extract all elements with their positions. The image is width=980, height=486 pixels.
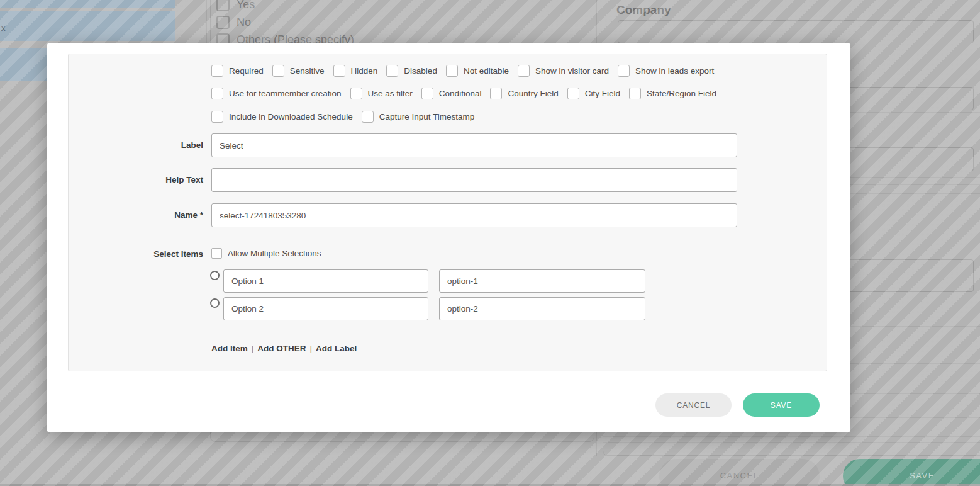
checkbox-label: Disabled [404,66,437,76]
background-panel-edge [206,0,207,43]
checkbox-label: Use for teammember creation [229,89,342,98]
checkbox-use-for-teammember-creation[interactable]: Use for teammember creation [211,88,342,99]
checkbox-state-region-field[interactable]: State/Region Field [629,88,716,99]
checkbox-city-field[interactable]: City Field [567,88,620,99]
checkbox-icon[interactable] [211,111,223,123]
checkbox-icon[interactable] [350,88,362,99]
cancel-button[interactable]: CANCEL [655,393,732,417]
background-sidebar-text: x [1,22,6,35]
checkbox-show-in-leads-export[interactable]: Show in leads export [618,65,714,77]
checkbox-disabled[interactable]: Disabled [386,65,437,77]
checkbox-label: Show in visitor card [535,66,609,76]
checkbox-icon[interactable] [386,65,398,77]
checkbox-icon[interactable] [618,65,630,77]
checkbox-label: Capture Input Timestamp [379,112,475,122]
label-input[interactable] [211,133,737,157]
background-footer-divider [603,442,980,443]
checkbox-icon[interactable] [629,88,641,99]
option-2-label-input[interactable] [223,297,428,320]
link-separator: | [248,344,258,353]
checkbox-icon[interactable] [446,65,458,77]
checkbox-label: Use as filter [368,89,413,98]
background-sidebar-bar [0,0,175,8]
background-panel-edge [199,0,199,43]
background-option-label: No [237,16,251,29]
checkbox-conditional[interactable]: Conditional [421,88,482,99]
checkbox-icon[interactable] [567,88,579,99]
background-checkbox [216,16,230,29]
checkbox-label: Required [229,66,264,76]
checkbox-label: Allow Multiple Selections [228,249,321,258]
checkbox-capture-input-timestamp[interactable]: Capture Input Timestamp [362,111,475,123]
help-text-field-label: Help Text [47,168,203,192]
select-items-label: Select Items [47,249,203,259]
background-save-button: SAVE [843,459,980,486]
option-1-label-input[interactable] [223,269,428,293]
background-option-label: Yes [237,0,255,11]
checkbox-icon[interactable] [518,65,530,77]
flag-checkbox-row-1: Required Sensitive Hidden Disabled Not e… [211,65,714,77]
page: x Yes No Others (Please specify) Company… [0,0,980,486]
option-1-value-input[interactable] [439,269,645,293]
add-other-link[interactable]: Add OTHER [257,344,306,353]
background-checkbox [216,0,230,11]
checkbox-required[interactable]: Required [211,65,264,77]
checkbox-icon[interactable] [421,88,433,99]
allow-multiple-selections-checkbox[interactable]: Allow Multiple Selections [211,248,321,259]
checkbox-country-field[interactable]: Country Field [490,88,558,99]
option-1-radio[interactable] [210,271,220,280]
checkbox-label: City Field [585,89,620,98]
checkbox-label: State/Region Field [647,89,716,98]
background-sidebar-bar [0,11,175,41]
name-input[interactable] [211,203,737,227]
help-text-input[interactable] [211,168,737,192]
modal-footer-divider [58,385,839,385]
checkbox-icon[interactable] [211,88,223,99]
link-separator: | [306,344,316,353]
checkbox-label: Show in leads export [635,66,714,76]
label-field-label: Label [47,133,203,157]
checkbox-icon[interactable] [272,65,284,77]
field-settings-modal: Required Sensitive Hidden Disabled Not e… [47,43,850,432]
checkbox-use-as-filter[interactable]: Use as filter [350,88,413,99]
checkbox-icon[interactable] [333,65,345,77]
save-button[interactable]: SAVE [743,393,820,417]
checkbox-sensitive[interactable]: Sensitive [272,65,325,77]
checkbox-not-editable[interactable]: Not editable [446,65,509,77]
checkbox-icon[interactable] [211,248,222,259]
background-cancel-button: CANCEL [659,459,820,486]
checkbox-icon[interactable] [211,65,223,77]
add-item-link[interactable]: Add Item [211,344,248,353]
add-label-link[interactable]: Add Label [316,344,357,353]
name-field-label: Name * [47,203,203,227]
checkbox-label: Include in Downloaded Schedule [229,112,353,122]
add-links-row: Add Item|Add OTHER|Add Label [211,344,357,353]
checkbox-show-in-visitor-card[interactable]: Show in visitor card [518,65,609,77]
option-2-radio[interactable] [210,298,220,308]
checkbox-hidden[interactable]: Hidden [333,65,378,77]
background-panel-edge [203,0,203,43]
checkbox-icon[interactable] [490,88,502,99]
background-company-heading: Company [616,3,671,17]
checkbox-icon[interactable] [362,111,374,123]
checkbox-label: Conditional [439,89,482,98]
flag-checkbox-row-2: Use for teammember creation Use as filte… [211,88,716,99]
flag-checkbox-row-3: Include in Downloaded Schedule Capture I… [211,111,474,123]
background-footer-divider [603,436,980,437]
background-input [618,20,974,43]
checkbox-label: Not editable [464,66,509,76]
checkbox-label: Hidden [351,66,378,76]
checkbox-label: Country Field [508,89,558,98]
checkbox-include-in-downloaded-schedule[interactable]: Include in Downloaded Schedule [211,111,353,123]
option-2-value-input[interactable] [439,297,645,320]
checkbox-label: Sensitive [290,66,325,76]
